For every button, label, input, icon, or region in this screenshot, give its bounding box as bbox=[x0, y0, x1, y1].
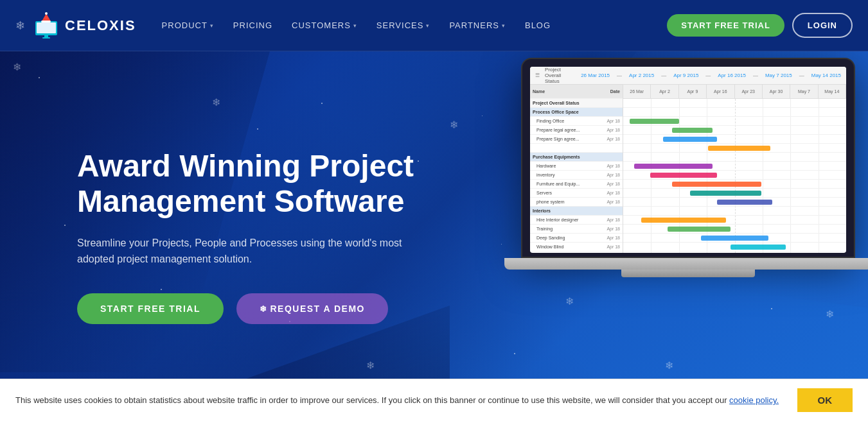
gantt-row-label: Deep Sanding bbox=[536, 236, 565, 240]
cookie-banner: This website uses cookies to obtain stat… bbox=[0, 379, 868, 421]
gantt-bar bbox=[663, 137, 716, 142]
gantt-bar-row bbox=[623, 162, 846, 171]
gantt-row-label: Process Office Space bbox=[533, 110, 579, 114]
gantt-bars-area: 26 Mar Apr 2 Apr 9 Apr 16 Apr 23 Apr 30 … bbox=[623, 85, 846, 253]
hero-laptop-image: ☰ Project Overall Status 26 Mar 2015 — A… bbox=[521, 58, 855, 277]
laptop-frame: ☰ Project Overall Status 26 Mar 2015 — A… bbox=[521, 58, 855, 258]
gantt-bar bbox=[708, 146, 770, 151]
gantt-bar bbox=[641, 218, 726, 223]
gantt-bar-row bbox=[623, 108, 846, 117]
svg-rect-1 bbox=[37, 22, 56, 33]
laptop-base bbox=[504, 258, 868, 270]
gantt-bar bbox=[717, 200, 773, 205]
chevron-down-icon: ▾ bbox=[426, 22, 430, 29]
nav-partners[interactable]: PARTNERS ▾ bbox=[449, 21, 506, 30]
gantt-row-label: Project Overall Status bbox=[533, 101, 580, 105]
gantt-chart-area bbox=[623, 99, 846, 253]
gantt-bar-row bbox=[623, 216, 846, 225]
gantt-header: ☰ Project Overall Status 26 Mar 2015 — A… bbox=[530, 67, 846, 85]
gantt-row-label: Prepare legal agree... bbox=[536, 128, 580, 132]
gantt-row-label: Prepare Sign agree... bbox=[536, 137, 580, 141]
nav-snowflake-icon: ❄ bbox=[15, 19, 25, 33]
gantt-row-label: phone system bbox=[536, 200, 565, 204]
gantt-row-label: Window Blind bbox=[536, 245, 563, 249]
hero-subtitle: Streamline your Projects, People and Pro… bbox=[77, 235, 411, 268]
chevron-down-icon: ▾ bbox=[502, 22, 506, 29]
nav-links: PRODUCT ▾ PRICING CUSTOMERS ▾ SERVICES ▾… bbox=[162, 21, 668, 30]
cookie-ok-button[interactable]: OK bbox=[797, 388, 853, 412]
gantt-bar-row bbox=[623, 171, 846, 180]
nav-customers[interactable]: CUSTOMERS ▾ bbox=[292, 21, 357, 30]
brand-name: CELOXIS bbox=[65, 17, 136, 34]
svg-point-4 bbox=[45, 12, 48, 15]
gantt-bar bbox=[690, 191, 761, 196]
hero-trial-button[interactable]: START FREE TRIAL bbox=[77, 293, 224, 324]
nav-product[interactable]: PRODUCT ▾ bbox=[162, 21, 214, 30]
hero-title: Award Winning Project Management Softwar… bbox=[77, 148, 424, 219]
svg-rect-3 bbox=[41, 21, 51, 22]
gantt-row-label: Furniture and Equip... bbox=[536, 182, 580, 186]
gantt-bar bbox=[701, 236, 768, 241]
hero-buttons: START FREE TRIAL ❄REQUEST A DEMO bbox=[77, 293, 424, 324]
cookie-policy-link[interactable]: cookie policy. bbox=[729, 395, 779, 405]
gantt-bar-row bbox=[623, 99, 846, 108]
gantt-row-label: Purchase Equipments bbox=[533, 155, 580, 159]
gantt-bar-row bbox=[623, 243, 846, 252]
laptop-stand bbox=[621, 270, 755, 277]
gantt-bar-row bbox=[623, 252, 846, 253]
gantt-bar bbox=[634, 164, 712, 169]
nav-pricing[interactable]: PRICING bbox=[233, 21, 272, 30]
gantt-bar bbox=[668, 227, 730, 232]
snowflake-icon: ❄ bbox=[665, 359, 673, 372]
snowflake-icon: ❄ bbox=[826, 308, 834, 320]
snowflake-icon: ❄ bbox=[565, 295, 574, 307]
hero-section: ❄ ❄ ❄ ❄ ❄ ❄ ❄ ❄ Award Winning Project Ma… bbox=[0, 0, 868, 421]
gantt-bar-row bbox=[623, 126, 846, 135]
gantt-bar bbox=[630, 119, 678, 124]
nav-actions: StaRT FREE TRIAL LOGIN bbox=[667, 13, 853, 38]
gantt-bar bbox=[731, 245, 786, 250]
gantt-col-headers: 26 Mar Apr 2 Apr 9 Apr 16 Apr 23 Apr 30 … bbox=[623, 85, 846, 99]
chevron-down-icon: ▾ bbox=[210, 22, 214, 29]
gantt-bar-row bbox=[623, 234, 846, 243]
gantt-bar-row bbox=[623, 153, 846, 162]
svg-rect-6 bbox=[42, 37, 50, 39]
gantt-row-label: inventory bbox=[536, 173, 554, 177]
gantt-task-list: Name Date Project Overall Status Process… bbox=[530, 85, 623, 253]
gantt-bar bbox=[650, 173, 717, 178]
gantt-bar-row bbox=[623, 207, 846, 216]
nav-login-button[interactable]: LOGIN bbox=[792, 13, 853, 38]
gantt-bar-row bbox=[623, 198, 846, 207]
navbar: ❄ CELOXIS PRODUCT ▾ PRICING CUSTOMERS ▾ bbox=[0, 0, 868, 51]
demo-snowflake-icon: ❄ bbox=[260, 304, 268, 314]
gantt-row-label: Servers bbox=[536, 191, 552, 195]
chevron-down-icon: ▾ bbox=[353, 22, 357, 29]
gantt-bar-row bbox=[623, 225, 846, 234]
gantt-bar-row bbox=[623, 117, 846, 126]
cookie-text: This website uses cookies to obtain stat… bbox=[15, 395, 784, 405]
gantt-body: Name Date Project Overall Status Process… bbox=[530, 85, 846, 253]
nav-blog[interactable]: BLOG bbox=[525, 21, 551, 30]
svg-rect-5 bbox=[44, 35, 48, 37]
gantt-row-label: Hire Interior designer bbox=[536, 218, 578, 222]
gantt-row-label: Interiors bbox=[533, 209, 551, 213]
nav-trial-button[interactable]: StaRT FREE TRIAL bbox=[667, 14, 784, 37]
gantt-row-label: Hardware bbox=[536, 164, 556, 168]
gantt-row-label: Training bbox=[536, 227, 553, 231]
logo-icon bbox=[33, 12, 60, 39]
gantt-bar-row bbox=[623, 135, 846, 144]
gantt-bar-row bbox=[623, 144, 846, 153]
gantt-bar bbox=[672, 128, 712, 133]
gantt-bar-row bbox=[623, 189, 846, 198]
nav-services[interactable]: SERVICES ▾ bbox=[376, 21, 430, 30]
laptop-screen: ☰ Project Overall Status 26 Mar 2015 — A… bbox=[530, 67, 846, 253]
snowflake-icon: ❄ bbox=[450, 119, 458, 131]
logo[interactable]: CELOXIS bbox=[33, 12, 136, 39]
hero-demo-button[interactable]: ❄REQUEST A DEMO bbox=[236, 293, 388, 324]
hero-content: Award Winning Project Management Softwar… bbox=[0, 148, 424, 324]
gantt-row-label: Finding Office bbox=[536, 119, 564, 123]
gantt-bar bbox=[672, 182, 761, 187]
gantt-bar-row bbox=[623, 180, 846, 189]
